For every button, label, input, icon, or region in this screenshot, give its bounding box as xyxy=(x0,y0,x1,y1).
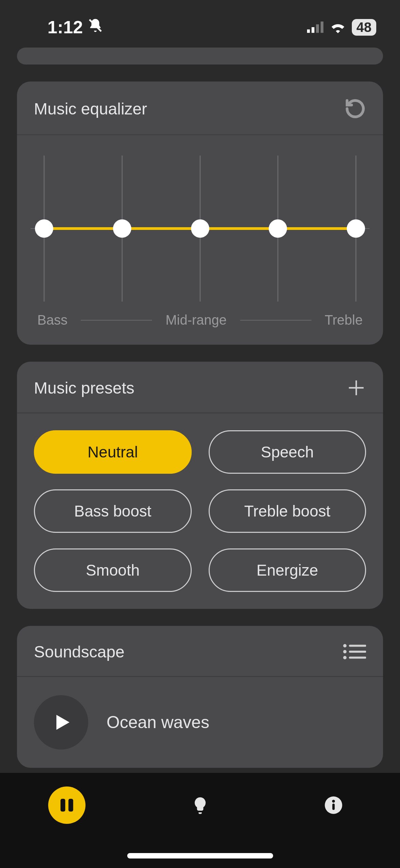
equalizer-title: Music equalizer xyxy=(34,100,147,118)
svg-rect-18 xyxy=(332,803,335,810)
eq-slider-2[interactable] xyxy=(113,219,131,238)
preset-label: Treble boost xyxy=(244,502,330,520)
add-preset-button[interactable] xyxy=(346,378,366,398)
svg-rect-15 xyxy=(68,799,73,811)
battery-level: 48 xyxy=(357,20,372,35)
eq-slider-4[interactable] xyxy=(269,219,287,238)
soundscape-header: Soundscape xyxy=(17,626,383,677)
svg-point-9 xyxy=(343,650,347,653)
sliders-icon xyxy=(57,796,76,815)
svg-point-7 xyxy=(343,644,347,648)
eq-label-divider xyxy=(81,320,152,321)
eq-label-divider xyxy=(240,320,311,321)
soundscape-track: Ocean waves xyxy=(107,712,209,732)
clock: 1:12 xyxy=(47,17,83,37)
play-icon xyxy=(50,711,72,734)
preset-label: Energize xyxy=(256,561,318,579)
svg-rect-1 xyxy=(307,30,310,33)
nav-info[interactable] xyxy=(315,786,352,824)
presets-header: Music presets xyxy=(17,362,383,413)
svg-rect-4 xyxy=(321,21,323,33)
nav-home[interactable] xyxy=(48,786,85,824)
preset-speech[interactable]: Speech xyxy=(209,430,366,474)
svg-point-17 xyxy=(332,800,335,802)
presets-title: Music presets xyxy=(34,379,134,397)
eq-slider-1[interactable] xyxy=(35,219,53,238)
eq-label-bass: Bass xyxy=(37,312,68,328)
eq-label-mid: Mid-range xyxy=(166,312,227,328)
preset-smooth[interactable]: Smooth xyxy=(34,548,192,592)
status-bar: 1:12 48 xyxy=(0,0,400,48)
home-indicator[interactable] xyxy=(127,853,273,858)
soundscape-body: Ocean waves xyxy=(17,677,383,768)
cellular-icon xyxy=(307,17,324,37)
preset-label: Smooth xyxy=(86,561,140,579)
reset-button[interactable] xyxy=(344,98,366,120)
eq-slider-3[interactable] xyxy=(191,219,209,238)
preset-bass-boost[interactable]: Bass boost xyxy=(34,489,192,533)
presets-grid: Neutral Speech Bass boost Treble boost S… xyxy=(17,413,383,609)
equalizer-body: Bass Mid-range Treble xyxy=(17,135,383,345)
soundscape-card: Soundscape Ocean waves xyxy=(17,626,383,768)
svg-rect-14 xyxy=(60,799,65,811)
status-left: 1:12 xyxy=(47,17,103,37)
preset-label: Speech xyxy=(261,443,314,461)
bell-off-icon xyxy=(88,17,103,37)
nav-home-active xyxy=(48,786,85,824)
svg-marker-13 xyxy=(56,715,70,730)
preset-label: Bass boost xyxy=(74,502,151,520)
preset-treble-boost[interactable]: Treble boost xyxy=(209,489,366,533)
presets-card: Music presets Neutral Speech Bass boost … xyxy=(17,362,383,609)
info-icon xyxy=(324,796,343,815)
nav-tips[interactable] xyxy=(182,786,219,824)
equalizer-labels: Bass Mid-range Treble xyxy=(34,312,366,328)
lightbulb-icon xyxy=(191,796,210,815)
svg-point-11 xyxy=(343,656,347,659)
previous-card-stub xyxy=(17,48,383,65)
equalizer-card: Music equalizer Bass xyxy=(17,82,383,345)
soundscape-title: Soundscape xyxy=(34,643,125,661)
play-button[interactable] xyxy=(34,695,88,749)
preset-neutral[interactable]: Neutral xyxy=(34,430,192,474)
preset-energize[interactable]: Energize xyxy=(209,548,366,592)
eq-slider-5[interactable] xyxy=(347,219,365,238)
equalizer-header: Music equalizer xyxy=(17,82,383,135)
soundscape-list-button[interactable] xyxy=(342,642,366,661)
equalizer-graph xyxy=(44,156,356,302)
svg-rect-2 xyxy=(311,27,314,33)
preset-label: Neutral xyxy=(88,443,138,461)
wifi-icon xyxy=(329,17,346,37)
eq-label-treble: Treble xyxy=(325,312,363,328)
bottom-nav xyxy=(0,773,400,868)
status-right: 48 xyxy=(307,17,377,37)
svg-rect-3 xyxy=(316,24,319,33)
battery-indicator: 48 xyxy=(352,19,377,36)
